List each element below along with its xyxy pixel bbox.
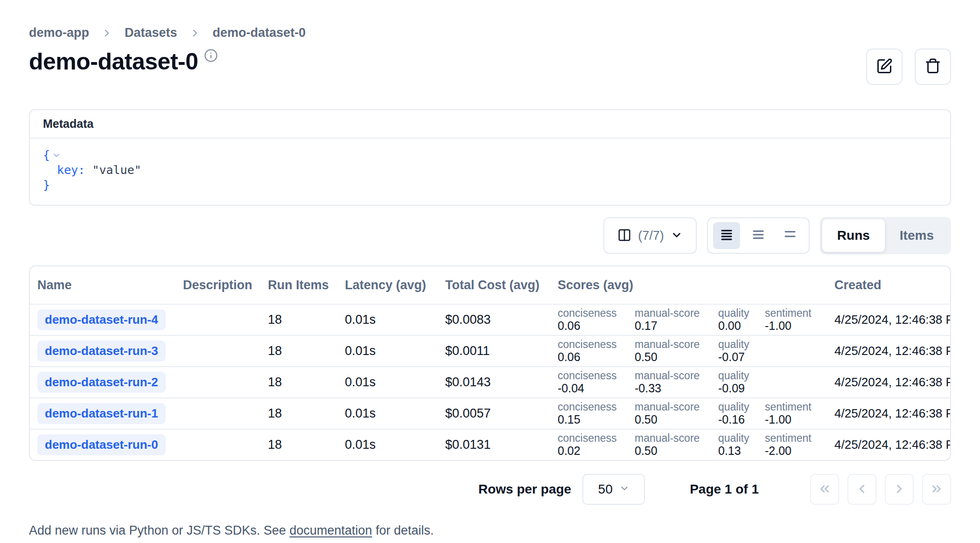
score-label: conciseness <box>558 432 635 444</box>
total-cost-cell: $0.0083 <box>445 313 558 327</box>
score-item: manual-score0.17 <box>635 307 718 333</box>
delete-dataset-button[interactable] <box>915 49 951 85</box>
score-item: conciseness0.06 <box>558 338 635 364</box>
latency-cell: 0.01s <box>345 375 445 390</box>
total-cost-cell: $0.0143 <box>445 375 558 390</box>
rows-per-page-value: 50 <box>598 482 613 497</box>
table-toolbar: (7/7) Runs Ite <box>29 217 951 254</box>
score-label: sentiment <box>765 307 834 319</box>
columns-icon <box>617 228 631 244</box>
breadcrumb-item-current[interactable]: demo-dataset-0 <box>213 26 306 40</box>
score-value: -0.07 <box>718 350 765 364</box>
dataset-run-link[interactable]: demo-dataset-run-4 <box>37 309 166 330</box>
metadata-json-viewer: { key: "value" } <box>30 139 950 205</box>
previous-page-button[interactable] <box>847 474 876 505</box>
name-cell: demo-dataset-run-4 <box>37 309 183 330</box>
score-item: conciseness0.02 <box>558 432 635 458</box>
table-row[interactable]: demo-dataset-run-3180.01s$0.0011concisen… <box>30 335 950 366</box>
rows-per-page-select[interactable]: 50 <box>582 474 645 505</box>
score-label: manual-score <box>635 401 718 413</box>
score-label: quality <box>718 369 765 382</box>
score-item: sentiment-1.00 <box>765 307 834 333</box>
metadata-panel-title: Metadata <box>30 110 950 139</box>
table-row[interactable]: demo-dataset-run-1180.01s$0.0057concisen… <box>30 397 950 429</box>
column-count-label: (7/7) <box>638 229 664 243</box>
dataset-run-link[interactable]: demo-dataset-run-0 <box>37 434 166 455</box>
score-value: 0.15 <box>558 413 635 426</box>
column-header-description: Description <box>183 278 268 292</box>
metadata-panel: Metadata { key: "value" } <box>29 109 951 206</box>
edit-icon <box>876 58 893 76</box>
sdk-hint-text-before: Add new runs via Python or JS/TS SDKs. S… <box>29 523 289 537</box>
score-label: conciseness <box>558 369 635 382</box>
collapse-json-icon[interactable] <box>52 151 61 160</box>
score-label: manual-score <box>635 369 718 382</box>
score-label: quality <box>718 401 765 413</box>
breadcrumb-item-project[interactable]: demo-app <box>29 26 89 40</box>
name-cell: demo-dataset-run-1 <box>37 403 183 424</box>
info-icon[interactable] <box>204 49 218 64</box>
rows-medium-icon <box>751 228 765 244</box>
score-value: -0.04 <box>558 382 635 395</box>
page-status: Page 1 of 1 <box>690 482 759 497</box>
score-item: quality-0.09 <box>718 369 765 395</box>
dataset-run-link[interactable]: demo-dataset-run-3 <box>37 341 166 362</box>
edit-dataset-button[interactable] <box>866 49 903 85</box>
score-item: quality0.13 <box>718 432 765 458</box>
chevron-down-icon <box>619 482 630 497</box>
page-title: demo-dataset-0 <box>29 48 198 76</box>
column-header-created: Created <box>834 278 950 292</box>
next-page-button[interactable] <box>885 474 914 505</box>
score-label: quality <box>718 338 765 350</box>
table-row[interactable]: demo-dataset-run-2180.01s$0.0143concisen… <box>30 366 950 397</box>
run-items-cell: 18 <box>268 438 345 452</box>
table-body: demo-dataset-run-4180.01s$0.0083concisen… <box>30 304 950 460</box>
score-label: manual-score <box>635 432 718 444</box>
documentation-link[interactable]: documentation <box>289 523 372 537</box>
latency-cell: 0.01s <box>345 344 445 358</box>
created-cell: 4/25/2024, 12:46:38 PM <box>834 438 950 452</box>
scores-cell: conciseness0.06manual-score0.17quality0.… <box>558 307 834 333</box>
name-cell: demo-dataset-run-2 <box>37 372 183 393</box>
runs-items-tabs: Runs Items <box>820 217 951 254</box>
row-height-small-button[interactable] <box>713 222 740 249</box>
breadcrumb-item-datasets[interactable]: Datasets <box>125 26 177 40</box>
table-row[interactable]: demo-dataset-run-4180.01s$0.0083concisen… <box>30 304 950 335</box>
score-label: conciseness <box>558 401 635 413</box>
score-value: -1.00 <box>765 413 834 426</box>
created-cell: 4/25/2024, 12:46:38 PM <box>834 313 950 327</box>
score-item: sentiment-2.00 <box>765 432 834 458</box>
json-open-brace: { <box>43 148 50 163</box>
row-height-large-button[interactable] <box>777 222 804 249</box>
table-row[interactable]: demo-dataset-run-0180.01s$0.0131concisen… <box>30 429 950 460</box>
row-height-medium-button[interactable] <box>745 222 772 249</box>
dataset-run-link[interactable]: demo-dataset-run-2 <box>37 372 166 393</box>
first-page-button[interactable] <box>810 474 839 505</box>
last-page-button[interactable] <box>922 474 951 505</box>
breadcrumb: demo-app Datasets demo-dataset-0 <box>29 26 951 40</box>
chevron-left-icon <box>855 482 869 497</box>
scores-cell: conciseness-0.04manual-score-0.33quality… <box>558 369 834 395</box>
pagination-bar: Rows per page 50 Page 1 of 1 <box>29 474 951 505</box>
json-key: key: <box>43 163 85 178</box>
score-item: manual-score0.50 <box>635 338 718 364</box>
tab-items[interactable]: Items <box>885 219 949 252</box>
score-item: manual-score0.50 <box>635 432 718 458</box>
column-visibility-button[interactable]: (7/7) <box>603 217 697 254</box>
rows-per-page-label: Rows per page <box>478 482 571 497</box>
score-item: quality-0.07 <box>718 338 765 364</box>
tab-runs[interactable]: Runs <box>822 219 885 252</box>
score-value: -0.16 <box>718 413 765 426</box>
score-label: quality <box>718 432 765 444</box>
score-value: 0.00 <box>718 319 765 333</box>
score-item: manual-score0.50 <box>635 401 718 426</box>
score-value: 0.50 <box>635 413 718 426</box>
json-close-brace: } <box>43 178 50 193</box>
total-cost-cell: $0.0011 <box>445 344 558 358</box>
chevrons-left-icon <box>818 482 832 497</box>
run-items-cell: 18 <box>268 375 345 390</box>
dataset-run-link[interactable]: demo-dataset-run-1 <box>37 403 166 424</box>
name-cell: demo-dataset-run-3 <box>37 341 183 362</box>
score-item: conciseness0.06 <box>558 307 635 333</box>
column-header-latency: Latency (avg) <box>345 278 445 292</box>
